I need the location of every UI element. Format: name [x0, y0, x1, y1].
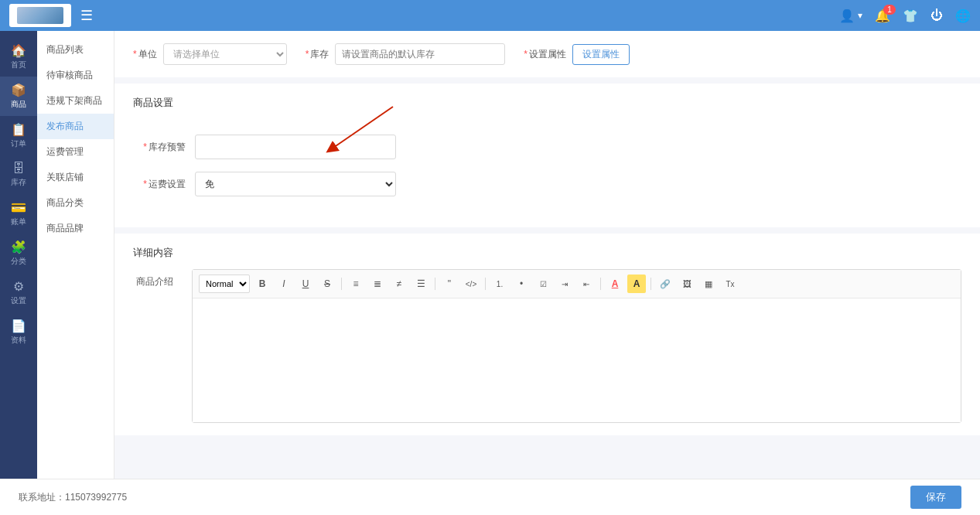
unit-label: 单位 — [133, 48, 157, 61]
sidebar-label-home: 首页 — [11, 60, 26, 70]
editor-toolbar: Normal B I U S ≡ ≣ ≠ ☰ " </> — [193, 270, 961, 298]
stock-input[interactable] — [335, 43, 505, 65]
sidebar-item-home[interactable]: 🏠 首页 — [0, 37, 37, 77]
save-button[interactable]: 保存 — [910, 486, 961, 509]
hamburger-icon[interactable]: ☰ — [80, 7, 93, 24]
sep2 — [435, 278, 435, 290]
editor-wrapper: 商品介绍 Normal B I U S ≡ ≣ ≠ — [133, 269, 961, 423]
product-icon: 📦 — [11, 83, 26, 97]
sub-item-violation[interactable]: 违规下架商品 — [37, 88, 114, 114]
stock-warn-row: 库存预警 — [133, 135, 961, 159]
link-button[interactable]: 🔗 — [656, 275, 674, 293]
billing-icon: 💳 — [11, 200, 26, 215]
logo-image — [17, 7, 63, 24]
sidebar: 🏠 首页 📦 商品 📋 订单 🗄 库存 💳 账单 🧩 分类 ⚙ 设置 📄 — [0, 31, 37, 479]
product-settings-title: 商品设置 — [133, 96, 961, 116]
detail-title: 详细内容 — [133, 246, 961, 260]
top-header: ☰ 👤 ▾ 🔔 1 👕 ⏻ 🌐 — [0, 0, 980, 31]
unit-select[interactable]: 请选择单位 — [163, 43, 287, 65]
freight-select[interactable]: 免 按重量 固定运费 — [195, 172, 396, 196]
content-area: 单位 请选择单位 库存 设置属性 设置属性 商品设置 — [114, 31, 980, 479]
quote-button[interactable]: " — [440, 275, 459, 293]
notification-icon[interactable]: 🔔 1 — [875, 9, 890, 23]
sidebar-item-category[interactable]: 🧩 分类 — [0, 234, 37, 273]
strikethrough-button[interactable]: S — [318, 275, 336, 293]
checklist-button[interactable]: ☑ — [534, 275, 552, 293]
ordered-list-button[interactable]: 1. — [490, 275, 509, 293]
sub-item-list[interactable]: 商品列表 — [37, 37, 114, 63]
language-icon[interactable]: 🌐 — [955, 9, 971, 23]
sidebar-label-orders: 订单 — [11, 138, 26, 149]
sub-item-brands[interactable]: 商品品牌 — [37, 216, 114, 241]
shop-icon[interactable]: 👕 — [903, 9, 918, 23]
set-attr-button[interactable]: 设置属性 — [572, 44, 630, 65]
align-justify-button[interactable]: ☰ — [411, 275, 430, 293]
attr-group: 设置属性 设置属性 — [524, 44, 630, 65]
sidebar-item-settings[interactable]: ⚙ 设置 — [0, 273, 37, 312]
inventory-icon: 🗄 — [12, 162, 25, 176]
detail-section: 详细内容 商品介绍 Normal B I U S ≡ ≣ — [114, 234, 980, 435]
image-button[interactable]: 🖼 — [678, 275, 696, 293]
indent-out-button[interactable]: ⇤ — [577, 275, 596, 293]
sub-item-categories[interactable]: 商品分类 — [37, 190, 114, 216]
stock-warn-input[interactable] — [195, 135, 396, 159]
sidebar-item-billing[interactable]: 💳 账单 — [0, 194, 37, 234]
align-left-button[interactable]: ≡ — [347, 275, 365, 293]
power-icon[interactable]: ⏻ — [930, 9, 943, 22]
sidebar-label-billing: 账单 — [11, 217, 26, 227]
editor-label: 商品介绍 — [133, 269, 179, 423]
align-center-button[interactable]: ≣ — [368, 275, 387, 293]
stock-group: 库存 — [306, 43, 506, 65]
rich-editor: Normal B I U S ≡ ≣ ≠ ☰ " </> — [192, 269, 961, 423]
sub-item-freight-mgmt[interactable]: 运费管理 — [37, 139, 114, 165]
sidebar-item-products[interactable]: 📦 商品 — [0, 77, 37, 116]
unit-group: 单位 请选择单位 — [133, 43, 287, 65]
sep5 — [650, 278, 651, 290]
underline-button[interactable]: U — [296, 275, 315, 293]
table-button[interactable]: ▦ — [699, 275, 718, 293]
logo — [9, 4, 71, 27]
orders-icon: 📋 — [11, 122, 26, 137]
sidebar-item-data[interactable]: 📄 资料 — [0, 312, 37, 352]
category-icon: 🧩 — [11, 240, 26, 254]
unordered-list-button[interactable]: • — [512, 275, 531, 293]
sub-item-publish[interactable]: 发布商品 — [37, 114, 114, 139]
bold-button[interactable]: B — [253, 275, 271, 293]
align-right-button[interactable]: ≠ — [390, 275, 408, 293]
user-icon[interactable]: 👤 ▾ — [839, 9, 862, 23]
stock-label: 库存 — [306, 48, 330, 61]
data-icon: 📄 — [11, 319, 26, 333]
header-right: 👤 ▾ 🔔 1 👕 ⏻ 🌐 — [839, 9, 971, 23]
sep4 — [600, 278, 601, 290]
notification-badge: 1 — [883, 5, 896, 15]
indent-in-button[interactable]: ⇥ — [555, 275, 574, 293]
font-color-button[interactable]: A — [606, 275, 624, 293]
attr-label: 设置属性 — [524, 48, 566, 61]
font-highlight-button[interactable]: A — [627, 275, 646, 293]
footer: 联系地址：115073992775 保存 — [0, 479, 980, 515]
settings-icon: ⚙ — [13, 279, 24, 294]
sep1 — [341, 278, 342, 290]
editor-body[interactable] — [193, 298, 961, 422]
top-form: 单位 请选择单位 库存 设置属性 设置属性 — [114, 31, 980, 77]
header-left: ☰ — [9, 4, 93, 27]
freight-row: 运费设置 免 按重量 固定运费 — [133, 172, 961, 196]
style-select[interactable]: Normal — [199, 275, 250, 293]
sub-sidebar: 商品列表 待审核商品 违规下架商品 发布商品 运费管理 关联店铺 商品分类 商品… — [37, 31, 114, 479]
sidebar-item-inventory[interactable]: 🗄 库存 — [0, 155, 37, 194]
italic-button[interactable]: I — [275, 275, 293, 293]
sub-item-pending[interactable]: 待审核商品 — [37, 63, 114, 88]
sidebar-label-products: 商品 — [11, 99, 26, 110]
sub-item-linked-store[interactable]: 关联店铺 — [37, 165, 114, 190]
freight-label: 运费设置 — [133, 178, 195, 191]
sep3 — [485, 278, 486, 290]
product-settings-section: 商品设置 库存预警 运费设置 免 — [114, 84, 980, 227]
contact-info: 联系地址：115073992775 — [19, 491, 127, 504]
sidebar-label-inventory: 库存 — [11, 177, 26, 188]
sidebar-label-category: 分类 — [11, 256, 26, 267]
sidebar-item-orders[interactable]: 📋 订单 — [0, 116, 37, 155]
main-layout: 🏠 首页 📦 商品 📋 订单 🗄 库存 💳 账单 🧩 分类 ⚙ 设置 📄 — [0, 31, 980, 479]
code-button[interactable]: </> — [462, 275, 480, 293]
home-icon: 🏠 — [11, 43, 26, 58]
clear-format-button[interactable]: Tx — [721, 275, 739, 293]
